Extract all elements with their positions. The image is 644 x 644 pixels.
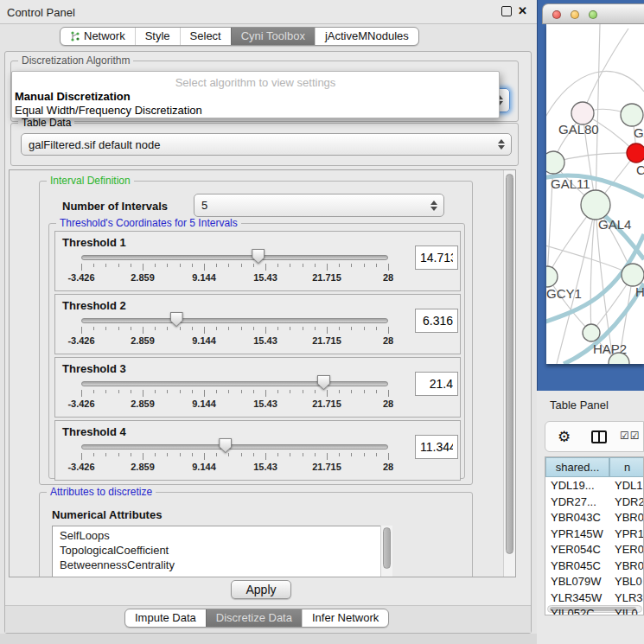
network-node[interactable]	[627, 143, 644, 163]
split-columns-icon[interactable]	[591, 430, 607, 443]
checkbox-icons[interactable]: ☑☑	[620, 430, 641, 442]
slider-tick-labels: -3.4262.8599.14415.4321.71528	[81, 335, 389, 346]
close-icon[interactable]: ✕	[518, 4, 527, 17]
threshold-value-field[interactable]	[415, 309, 458, 333]
tab-network[interactable]: Network	[61, 28, 135, 45]
tick-label: 15.43	[253, 335, 277, 346]
slider-thumb[interactable]	[170, 312, 183, 327]
control-panel-titlebar: Control Panel ✕	[0, 0, 537, 24]
group-title: Interval Definition	[47, 175, 134, 188]
node-label: GCY1	[546, 286, 582, 301]
slider-ticks	[81, 327, 389, 335]
table-cell[interactable]: YLR3	[615, 591, 644, 608]
table-cell[interactable]: YPR1	[615, 527, 644, 544]
table-cell[interactable]: YBR043C	[551, 511, 608, 527]
attribute-item[interactable]: TopologicalCoefficient	[60, 544, 169, 557]
table-cell[interactable]: YBR0	[615, 511, 644, 527]
tick-label: -3.426	[67, 272, 94, 283]
tick-label: 21.715	[312, 462, 341, 472]
table-cell[interactable]: YDL19...	[551, 479, 608, 495]
table-cell[interactable]: YIL052C	[551, 607, 608, 615]
column-header-shared-name[interactable]: shared...	[545, 457, 609, 477]
close-traffic-light-icon[interactable]	[552, 10, 561, 19]
num-intervals-label: Number of Intervals	[62, 200, 168, 213]
num-intervals-value: 5	[201, 199, 207, 212]
numerical-attributes-list[interactable]: SelfLoopsTopologicalCoefficientBetweenne…	[52, 526, 392, 577]
tick-label: 28	[383, 399, 393, 409]
network-view-canvas[interactable]: GAL80GACGAL11GAL4GCY1HHAP2	[546, 24, 644, 364]
threshold-slider[interactable]	[81, 318, 388, 323]
zoom-traffic-light-icon[interactable]	[589, 10, 597, 19]
slider-thumb[interactable]	[317, 375, 330, 390]
apply-button[interactable]: Apply	[231, 580, 291, 599]
tick-label: 2.859	[131, 335, 155, 346]
tab-label: Infer Network	[312, 609, 379, 627]
threshold-label: Threshold 3	[62, 362, 126, 375]
float-window-icon[interactable]	[501, 6, 512, 16]
tab-select[interactable]: Select	[180, 28, 231, 45]
node-label: GA	[634, 125, 644, 140]
bottom-tab-bar: Impute DataDiscretize DataInfer Network	[124, 609, 389, 628]
thresholds-group: Threshold's Coordinates for 5 Intervals …	[48, 223, 465, 479]
threshold-value-field[interactable]	[415, 245, 458, 270]
tick-label: 9.144	[192, 272, 216, 283]
table-cell[interactable]: YER054C	[551, 543, 608, 559]
threshold-value-field[interactable]	[415, 372, 458, 396]
slider-thumb[interactable]	[219, 438, 232, 453]
attribute-item[interactable]: BetweennessCentrality	[60, 558, 175, 571]
combo-arrows-icon	[430, 201, 437, 211]
table-cell[interactable]: YBL079W	[551, 575, 608, 591]
table-cell[interactable]: YPR145W	[551, 527, 608, 544]
minimize-traffic-light-icon[interactable]	[571, 10, 579, 19]
attribute-item[interactable]: SelfLoops	[60, 529, 110, 542]
slider-tick-labels: -3.4262.8599.14415.4321.71528	[81, 399, 389, 409]
table-cell[interactable]: YBR045C	[551, 559, 608, 576]
network-node[interactable]	[583, 324, 600, 341]
table-data-combobox[interactable]: galFiltered.sif default node	[21, 133, 512, 156]
network-window-titlebar[interactable]	[542, 3, 644, 24]
num-intervals-combobox[interactable]: 5	[194, 194, 444, 217]
slider-thumb[interactable]	[252, 249, 265, 264]
group-title: Table Data	[18, 117, 74, 130]
list-scrollbar[interactable]	[380, 526, 392, 577]
table-cell[interactable]: YBR0	[615, 559, 644, 576]
table-cell[interactable]: YDL1	[615, 479, 644, 495]
table-cell[interactable]: YDR2	[615, 495, 644, 512]
tab-infer-network[interactable]: Infer Network	[302, 609, 388, 627]
table-cell[interactable]: YIL0	[615, 607, 644, 615]
table-cell[interactable]: YBL0	[615, 575, 644, 591]
tick-label: 2.859	[131, 462, 155, 472]
tab-label: Cyni Toolbox	[241, 28, 305, 45]
tick-label: 2.859	[131, 399, 155, 409]
table-cell[interactable]: YER0	[615, 543, 644, 559]
tab-style[interactable]: Style	[135, 28, 180, 45]
popup-item-equal-width-frequency[interactable]: Equal Width/Frequency Discretization	[15, 104, 202, 117]
tab-jactivemnodules[interactable]: jActiveMNodules	[315, 28, 418, 45]
threshold-slider[interactable]	[81, 444, 388, 450]
popup-item-manual-discretization[interactable]: Manual Discretization	[15, 90, 131, 103]
network-node[interactable]	[622, 264, 644, 286]
combo-arrows-icon	[497, 139, 505, 150]
tab-impute-data[interactable]: Impute Data	[125, 609, 206, 627]
table-cell[interactable]: YDR27...	[551, 495, 608, 512]
group-title: Threshold's Coordinates for 5 Intervals	[56, 217, 241, 230]
node-attribute-table[interactable]: shared...nYDL19...YDL1YDR27...YDR2YBR043…	[545, 456, 644, 615]
tick-label: 28	[383, 272, 393, 283]
tab-cyni-toolbox[interactable]: Cyni Toolbox	[231, 28, 315, 45]
table-cell[interactable]: YLR345W	[551, 591, 608, 608]
threshold-value-field[interactable]	[415, 435, 458, 459]
tick-label: 28	[383, 335, 393, 346]
tab-discretize-data[interactable]: Discretize Data	[206, 609, 302, 627]
threshold-row: Threshold 4 -3.4262.8599.14415.4321.7152…	[54, 420, 461, 481]
network-node[interactable]	[546, 151, 564, 174]
panel-scrollbar[interactable]	[503, 170, 516, 577]
threshold-slider[interactable]	[81, 255, 388, 260]
column-header-name[interactable]: n	[609, 457, 644, 477]
network-node[interactable]	[546, 266, 558, 287]
gear-icon[interactable]: ⚙	[558, 428, 571, 446]
network-node[interactable]	[581, 190, 610, 220]
network-node[interactable]	[621, 104, 643, 126]
network-edge	[553, 153, 636, 163]
threshold-slider[interactable]	[81, 381, 388, 386]
tick-label: 21.715	[312, 399, 341, 409]
